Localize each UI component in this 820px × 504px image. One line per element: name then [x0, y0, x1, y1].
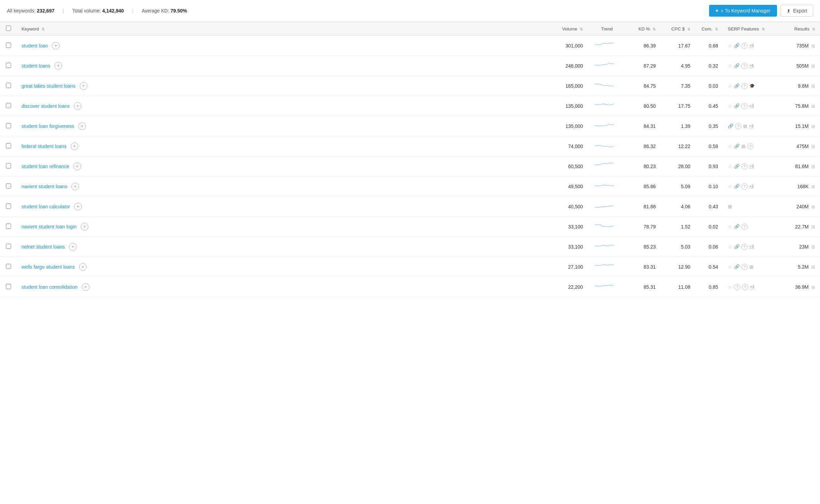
column-cpc[interactable]: CPC $ ⇅	[661, 22, 695, 36]
row-checkbox-cell[interactable]	[0, 257, 17, 277]
cpc-cell: 1.39	[661, 116, 695, 136]
serp-more-icon[interactable]: +6	[749, 63, 754, 68]
keyword-manager-button[interactable]: + + To Keyword Manager	[709, 5, 777, 17]
kd-cell: 83.31	[626, 257, 661, 277]
keyword-link[interactable]: federal student loans	[21, 144, 67, 149]
add-keyword-button[interactable]: +	[79, 263, 87, 271]
results-cell: 15.1M ⊞	[785, 116, 820, 136]
column-results[interactable]: Results ⇅	[785, 22, 820, 36]
com-cell: 0.43	[695, 197, 723, 217]
com-cell: 0.85	[695, 277, 723, 297]
keyword-link[interactable]: nelnet student loans	[21, 244, 65, 250]
table-row: nelnet student loans + 33,100 85.23 5.03…	[0, 237, 820, 257]
keyword-link[interactable]: student loans	[21, 63, 50, 69]
column-com[interactable]: Com. ⇅	[695, 22, 723, 36]
row-checkbox[interactable]	[6, 103, 11, 108]
serp-more-icon[interactable]: +2	[749, 184, 754, 189]
row-checkbox[interactable]	[6, 203, 11, 209]
row-checkbox[interactable]	[6, 43, 11, 48]
trend-cell	[588, 277, 626, 297]
serp-more-icon[interactable]: +3	[749, 164, 754, 168]
column-kd[interactable]: KD % ⇅	[626, 22, 661, 36]
add-keyword-button[interactable]: +	[78, 122, 86, 130]
column-serp[interactable]: SERP Features ⇅	[723, 22, 785, 36]
row-checkbox-cell[interactable]	[0, 76, 17, 96]
serp-more-icon[interactable]: +5	[749, 43, 754, 48]
row-checkbox[interactable]	[6, 264, 11, 269]
keyword-link[interactable]: student loan forgiveness	[21, 123, 74, 129]
row-checkbox[interactable]	[6, 123, 11, 128]
row-checkbox-cell[interactable]	[0, 197, 17, 217]
add-keyword-button[interactable]: +	[69, 243, 77, 251]
cpc-cell: 28.00	[661, 156, 695, 176]
add-keyword-button[interactable]: +	[80, 82, 87, 90]
serp-more-icon[interactable]: +3	[749, 244, 754, 249]
add-keyword-button[interactable]: +	[74, 102, 81, 110]
row-checkbox-cell[interactable]	[0, 277, 17, 297]
row-checkbox[interactable]	[6, 224, 11, 229]
select-all-checkbox[interactable]	[6, 26, 11, 31]
row-checkbox-cell[interactable]	[0, 136, 17, 156]
export-button[interactable]: ⮭ Export	[780, 5, 813, 17]
add-keyword-button[interactable]: +	[52, 42, 60, 50]
keyword-link[interactable]: student loan refinance	[21, 164, 69, 169]
row-checkbox-cell[interactable]	[0, 96, 17, 116]
row-checkbox-cell[interactable]	[0, 217, 17, 237]
row-checkbox[interactable]	[6, 163, 11, 168]
row-checkbox[interactable]	[6, 244, 11, 249]
table-row: student loan consolidation + 22,200 85.3…	[0, 277, 820, 297]
serp-more-icon[interactable]: +3	[750, 285, 754, 289]
serp-more-icon[interactable]: +3	[749, 104, 754, 108]
keyword-link[interactable]: wells fargo student loans	[21, 264, 75, 270]
table-row: student loans + 246,000 87.29 4.95 0.32 …	[0, 56, 820, 76]
add-keyword-button[interactable]: +	[82, 283, 89, 291]
add-keyword-button[interactable]: +	[81, 223, 88, 231]
add-keyword-button[interactable]: +	[54, 62, 62, 70]
row-checkbox-cell[interactable]	[0, 36, 17, 56]
row-checkbox[interactable]	[6, 63, 11, 68]
star-icon: ☆	[728, 83, 732, 89]
row-checkbox-cell[interactable]	[0, 116, 17, 136]
keyword-link[interactable]: discover student loans	[21, 103, 70, 109]
results-cell: 505M ⊞	[785, 56, 820, 76]
kd-cell: 84.31	[626, 116, 661, 136]
row-checkbox-cell[interactable]	[0, 56, 17, 76]
question-icon: ?	[741, 244, 748, 250]
results-cell: 168K ⊞	[785, 176, 820, 197]
keyword-link[interactable]: student loan	[21, 43, 48, 49]
trend-cell	[588, 76, 626, 96]
serp-cell: ☆??+3	[723, 277, 785, 297]
row-checkbox[interactable]	[6, 183, 11, 189]
keyword-link[interactable]: student loan consolidation	[21, 284, 78, 290]
keyword-link[interactable]: great lakes student loans	[21, 83, 76, 89]
row-checkbox[interactable]	[6, 143, 11, 148]
question-icon: ?	[741, 264, 748, 270]
add-keyword-button[interactable]: +	[74, 203, 82, 210]
select-all-header[interactable]	[0, 22, 17, 36]
com-cell: 0.58	[695, 136, 723, 156]
column-volume[interactable]: Volume ⇅	[546, 22, 588, 36]
row-checkbox[interactable]	[6, 284, 11, 289]
row-checkbox-cell[interactable]	[0, 176, 17, 197]
all-keywords-stat: All keywords: 232,697	[7, 8, 54, 14]
keyword-link[interactable]: navient student loans	[21, 184, 67, 189]
trend-cell	[588, 197, 626, 217]
keyword-link[interactable]: navient student loan login	[21, 224, 77, 229]
keywords-table-container: Keyword ⇅ Volume ⇅ Trend KD % ⇅ CPC $ ⇅ …	[0, 22, 820, 297]
kd-cell: 86.39	[626, 36, 661, 56]
add-keyword-button[interactable]: +	[71, 183, 79, 190]
cpc-cell: 12.22	[661, 136, 695, 156]
add-keyword-button[interactable]: +	[73, 163, 81, 170]
row-checkbox-cell[interactable]	[0, 237, 17, 257]
serp-more-icon[interactable]: +3	[749, 124, 753, 128]
row-checkbox-cell[interactable]	[0, 156, 17, 176]
results-icon: ⊞	[811, 164, 815, 169]
table-row: student loan + 301,000 86.39 17.67 0.68 …	[0, 36, 820, 56]
table-row: great lakes student loans + 165,000 84.7…	[0, 76, 820, 96]
trend-cell	[588, 217, 626, 237]
add-keyword-button[interactable]: +	[71, 142, 78, 150]
column-keyword[interactable]: Keyword ⇅	[17, 22, 546, 36]
table-row: discover student loans + 135,000 80.50 1…	[0, 96, 820, 116]
row-checkbox[interactable]	[6, 83, 11, 88]
keyword-link[interactable]: student loan calculator	[21, 204, 70, 209]
